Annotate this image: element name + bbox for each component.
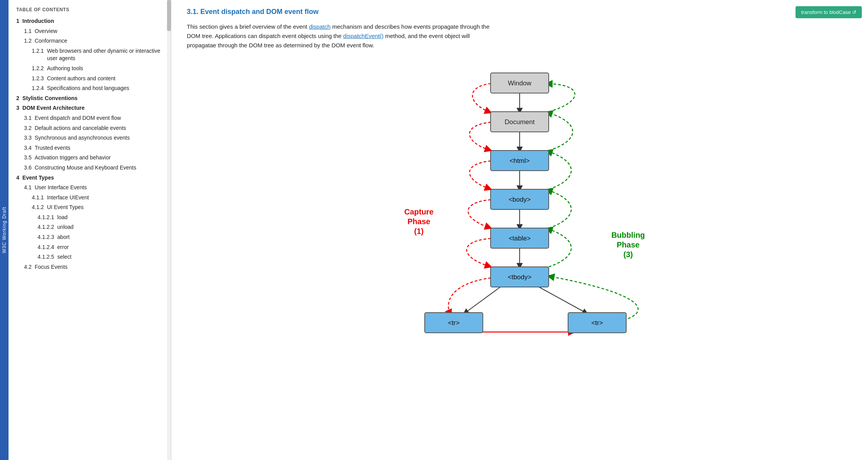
toc-item[interactable]: 4.1.2.3abort <box>16 232 163 242</box>
toc-item-label: Conformance <box>34 37 163 45</box>
toc-item-label: unload <box>57 223 163 231</box>
toc-item-label: Overview <box>34 28 163 35</box>
toc-item-num: 1.2.3 <box>32 75 44 83</box>
toc-item-num: 1.2 <box>24 37 31 45</box>
toc-item-num: 1 <box>16 17 19 25</box>
toc-item-label: load <box>57 214 163 221</box>
toc-list: 1Introduction1.1Overview1.2Conformance1.… <box>9 16 171 280</box>
toc-item-num: 4.1.2.5 <box>38 253 54 261</box>
toc-item[interactable]: 4.1.2.1load <box>16 213 163 223</box>
section-title: 3.1. Event dispatch and DOM event flow <box>187 8 852 16</box>
toc-item[interactable]: 4.2Focus Events <box>16 262 163 272</box>
svg-text:<tbody>: <tbody> <box>508 273 532 281</box>
dispatch-event-link[interactable]: dispatchEvent() <box>343 33 384 39</box>
svg-text:Bubbling: Bubbling <box>611 231 645 239</box>
transform-button[interactable]: transform to blodCase ↺ <box>796 6 862 18</box>
toc-item-label: Stylistic Conventions <box>22 95 163 102</box>
toc-item-num: 4.1 <box>24 184 31 192</box>
toc-item-num: 4 <box>16 174 19 182</box>
toc-panel: TABLE OF CONTENTS 1Introduction1.1Overvi… <box>9 0 171 460</box>
svg-line-6 <box>539 287 586 313</box>
toc-item-num: 3.1 <box>24 114 31 122</box>
toc-item-label: Web browsers and other dynamic or intera… <box>47 47 163 62</box>
svg-rect-20 <box>425 313 483 333</box>
svg-text:<tr>: <tr> <box>448 319 460 327</box>
toc-item[interactable]: 1.2.3Content authors and content <box>16 74 163 84</box>
toc-item-num: 1.2.4 <box>32 85 44 92</box>
toc-item-label: Synchronous and asynchronous events <box>34 134 163 142</box>
svg-text:Window: Window <box>508 80 532 87</box>
toc-item[interactable]: 3.5Activation triggers and behavior <box>16 153 163 163</box>
svg-line-5 <box>465 287 500 313</box>
toc-item-label: DOM Event Architecture <box>22 104 163 112</box>
svg-rect-16 <box>491 228 549 248</box>
toc-item[interactable]: 3.6Constructing Mouse and Keyboard Event… <box>16 163 163 173</box>
toc-item-num: 1.1 <box>24 28 31 35</box>
main-content: transform to blodCase ↺ 3.1. Event dispa… <box>171 0 868 460</box>
toc-item-label: Default actions and cancelable events <box>34 125 163 132</box>
toc-item-num: 3 <box>16 104 19 112</box>
toc-item[interactable]: 4.1.2.5select <box>16 252 163 262</box>
svg-rect-22 <box>568 313 626 333</box>
svg-text:Phase: Phase <box>408 217 431 226</box>
toc-item-label: Content authors and content <box>47 75 163 83</box>
svg-text:<table>: <table> <box>509 235 531 242</box>
toc-item-num: 1.2.1 <box>32 47 44 55</box>
svg-rect-10 <box>491 112 549 132</box>
toc-item[interactable]: 1.2.1Web browsers and other dynamic or i… <box>16 46 163 64</box>
toc-item-label: Trusted events <box>34 144 163 152</box>
toc-item[interactable]: 1.2.2Authoring tools <box>16 64 163 74</box>
toc-item[interactable]: 1Introduction <box>16 16 163 26</box>
toc-scrollbar-thumb <box>167 0 171 31</box>
toc-item-num: 2 <box>16 95 19 102</box>
toc-item-num: 4.1.1 <box>32 194 44 202</box>
toc-item-label: Specifications and host languages <box>47 85 163 92</box>
toc-item-label: Event dispatch and DOM event flow <box>34 114 163 122</box>
diagram-svg: Window Document <html> <body> <table> <t… <box>372 59 667 370</box>
svg-rect-8 <box>491 73 549 93</box>
toc-item[interactable]: 4.1.1Interface UIEvent <box>16 193 163 203</box>
sidebar-tab: W3C Working Draft <box>0 0 9 460</box>
toc-scrollbar[interactable] <box>167 0 171 460</box>
toc-item[interactable]: 3.2Default actions and cancelable events <box>16 123 163 133</box>
toc-item-label: Interface UIEvent <box>47 194 163 202</box>
toc-item[interactable]: 2Stylistic Conventions <box>16 93 163 104</box>
toc-item-num: 3.2 <box>24 125 31 132</box>
toc-item-label: Constructing Mouse and Keyboard Events <box>34 164 163 172</box>
toc-item[interactable]: 3DOM Event Architecture <box>16 103 163 113</box>
toc-item-num: 4.1.2.2 <box>38 223 54 231</box>
toc-item[interactable]: 1.2Conformance <box>16 36 163 46</box>
dispatch-link[interactable]: dispatch <box>309 23 331 30</box>
svg-text:<tr>: <tr> <box>591 319 603 327</box>
svg-text:(3): (3) <box>623 250 633 259</box>
toc-item[interactable]: 3.1Event dispatch and DOM event flow <box>16 113 163 123</box>
svg-rect-14 <box>491 189 549 209</box>
svg-rect-12 <box>491 150 549 171</box>
toc-item[interactable]: 3.3Synchronous and asynchronous events <box>16 133 163 143</box>
svg-text:Document: Document <box>505 118 535 126</box>
toc-item-num: 4.2 <box>24 263 31 271</box>
toc-item[interactable]: 3.4Trusted events <box>16 143 163 153</box>
toc-item[interactable]: 4.1.2UI Event Types <box>16 202 163 213</box>
section-paragraph: This section gives a brief overview of t… <box>187 22 497 50</box>
svg-text:Phase: Phase <box>617 240 640 249</box>
toc-item-num: 4.1.2.1 <box>38 214 54 221</box>
toc-item-num: 4.1.2 <box>32 204 44 211</box>
toc-item[interactable]: 1.1Overview <box>16 26 163 36</box>
toc-item-label: UI Event Types <box>47 204 163 211</box>
toc-item-label: Focus Events <box>34 263 163 271</box>
toc-item-num: 1.2.2 <box>32 65 44 73</box>
toc-item[interactable]: 4.1.2.4error <box>16 242 163 252</box>
toc-item-label: abort <box>57 233 163 241</box>
toc-item-num: 3.3 <box>24 134 31 142</box>
toc-item-label: select <box>57 253 163 261</box>
toc-item[interactable]: 4.1User Interface Events <box>16 183 163 193</box>
toc-item-num: 4.1.2.3 <box>38 233 54 241</box>
toc-item[interactable]: 1.2.4Specifications and host languages <box>16 83 163 93</box>
toc-item-label: error <box>57 244 163 251</box>
toc-item[interactable]: 4Event Types <box>16 173 163 183</box>
toc-item-label: User Interface Events <box>34 184 163 192</box>
svg-rect-18 <box>491 267 549 287</box>
toc-item[interactable]: 4.1.2.2unload <box>16 222 163 232</box>
svg-text:<body>: <body> <box>509 196 531 203</box>
